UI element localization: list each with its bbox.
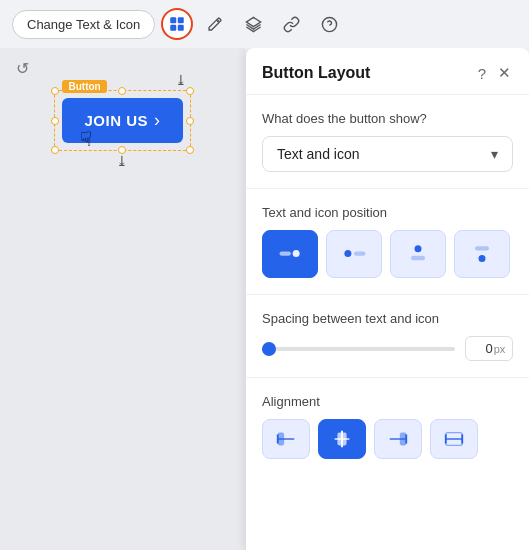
- position-section: Text and icon position: [246, 188, 529, 294]
- panel-header: Button Layout ? ✕: [246, 48, 529, 95]
- align-left-button[interactable]: [262, 419, 310, 459]
- spacing-input-wrapper: px: [465, 336, 513, 361]
- align-right-icon: [387, 428, 409, 450]
- svg-rect-10: [354, 251, 365, 255]
- link-icon: [283, 16, 300, 33]
- dropdown-section: What does the button show? Text and icon…: [246, 95, 529, 188]
- canvas-button-text: JOIN US: [84, 112, 148, 129]
- svg-rect-2: [170, 25, 176, 31]
- toolbar: Change Text & Icon: [0, 0, 529, 48]
- change-text-icon-button[interactable]: Change Text & Icon: [12, 10, 155, 39]
- position-icon-right-svg: [276, 242, 304, 266]
- align-center-button[interactable]: [318, 419, 366, 459]
- svg-rect-7: [280, 251, 291, 255]
- panel-header-icons: ? ✕: [476, 62, 513, 84]
- pen-icon: [207, 16, 223, 32]
- spacing-label: Spacing between text and icon: [262, 311, 513, 326]
- layout-icon: [168, 15, 186, 33]
- align-justify-button[interactable]: [430, 419, 478, 459]
- position-icon-left-button[interactable]: [326, 230, 382, 278]
- canvas-button-wrapper: Button ⤓ JOIN US › ⤓ ☟: [62, 98, 182, 143]
- alignment-label: Alignment: [262, 394, 513, 409]
- handle-tl[interactable]: [51, 87, 59, 95]
- panel-help-button[interactable]: ?: [476, 63, 488, 84]
- button-show-dropdown[interactable]: Text and icon ▾: [262, 136, 513, 172]
- svg-point-14: [479, 255, 486, 262]
- spacing-row: px: [262, 336, 513, 361]
- layers-icon: [245, 16, 262, 33]
- resize-icon-bottom[interactable]: ⤓: [116, 153, 128, 169]
- spacing-section: Spacing between text and icon px: [246, 294, 529, 377]
- position-icon-top-svg: [404, 242, 432, 266]
- link-icon-button[interactable]: [275, 8, 307, 40]
- position-icon-bottom-button[interactable]: [454, 230, 510, 278]
- position-icon-left-svg: [340, 242, 368, 266]
- handle-ml[interactable]: [51, 117, 59, 125]
- layout-icon-button[interactable]: [161, 8, 193, 40]
- align-justify-icon: [443, 428, 465, 450]
- svg-rect-12: [411, 256, 425, 260]
- handle-mr[interactable]: [186, 117, 194, 125]
- alignment-row: [262, 419, 513, 459]
- position-icon-right-button[interactable]: [262, 230, 318, 278]
- spacing-slider[interactable]: [262, 347, 455, 351]
- svg-rect-3: [178, 25, 184, 31]
- svg-point-11: [415, 245, 422, 252]
- position-grid: [262, 230, 513, 278]
- help-icon: [321, 16, 338, 33]
- handle-bl[interactable]: [51, 146, 59, 154]
- canvas-button-arrow: ›: [154, 110, 161, 131]
- dropdown-label: What does the button show?: [262, 111, 513, 126]
- handle-br[interactable]: [186, 146, 194, 154]
- slider-thumb[interactable]: [262, 342, 276, 356]
- spacing-input[interactable]: [473, 341, 493, 356]
- svg-rect-13: [475, 246, 489, 250]
- panel-close-button[interactable]: ✕: [496, 62, 513, 84]
- svg-rect-0: [170, 17, 176, 23]
- position-label: Text and icon position: [262, 205, 513, 220]
- pen-icon-button[interactable]: [199, 8, 231, 40]
- layers-icon-button[interactable]: [237, 8, 269, 40]
- spacing-unit: px: [494, 343, 506, 355]
- panel: Button Layout ? ✕ What does the button s…: [245, 48, 529, 550]
- help-icon-button[interactable]: [313, 8, 345, 40]
- dropdown-arrow-icon: ▾: [491, 146, 498, 162]
- resize-icon-top[interactable]: ⤓: [175, 72, 187, 88]
- canvas-join-button[interactable]: JOIN US ›: [62, 98, 182, 143]
- handle-tr[interactable]: [186, 87, 194, 95]
- svg-point-8: [293, 250, 300, 257]
- button-label-tag: Button: [62, 80, 106, 93]
- position-icon-bottom-svg: [468, 242, 496, 266]
- align-left-icon: [275, 428, 297, 450]
- panel-title: Button Layout: [262, 64, 370, 82]
- alignment-section: Alignment: [246, 377, 529, 475]
- svg-rect-1: [178, 17, 184, 23]
- position-icon-top-button[interactable]: [390, 230, 446, 278]
- undo-button[interactable]: ↺: [8, 54, 36, 82]
- align-center-icon: [331, 428, 353, 450]
- dropdown-value: Text and icon: [277, 146, 360, 162]
- canvas-area: ↺ Button ⤓ JOIN US › ⤓: [0, 48, 245, 550]
- align-right-button[interactable]: [374, 419, 422, 459]
- handle-tc[interactable]: [118, 87, 126, 95]
- svg-point-9: [344, 250, 351, 257]
